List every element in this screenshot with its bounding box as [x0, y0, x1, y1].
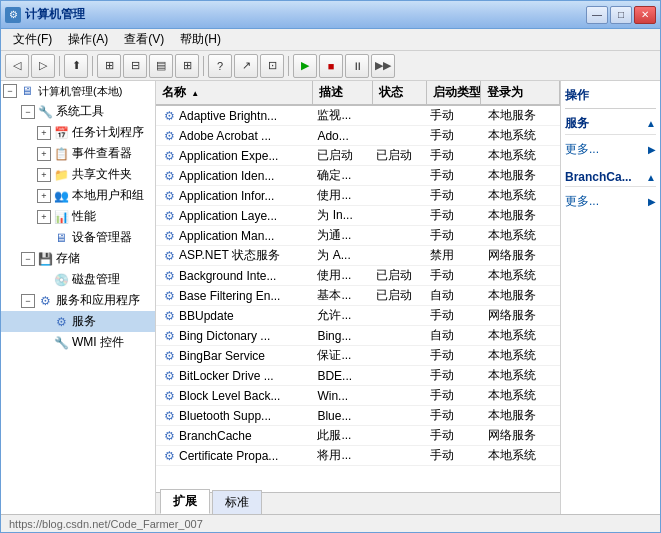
- action-more-1[interactable]: 更多... ▶: [565, 139, 656, 160]
- col-header-login[interactable]: 登录为: [481, 81, 560, 104]
- service-row[interactable]: ⚙BitLocker Drive ...BDE...手动本地系统: [156, 366, 560, 386]
- root-expander[interactable]: −: [3, 84, 17, 98]
- service-name: BingBar Service: [179, 349, 265, 363]
- maximize-button[interactable]: □: [610, 6, 632, 24]
- service-row[interactable]: ⚙Application Man...为通...手动本地系统: [156, 226, 560, 246]
- tab-standard[interactable]: 标准: [212, 490, 262, 514]
- forward-button[interactable]: ▷: [31, 54, 55, 78]
- service-startup: 禁用: [424, 246, 483, 265]
- service-status: [370, 335, 424, 337]
- disk-label: 磁盘管理: [72, 271, 120, 288]
- users-icon: 👥: [53, 188, 69, 204]
- menu-action[interactable]: 操作(A): [60, 29, 116, 50]
- view-btn-3[interactable]: ⊞: [175, 54, 199, 78]
- sysutil-expander[interactable]: −: [21, 105, 35, 119]
- service-desc: 确定...: [311, 166, 370, 185]
- service-row[interactable]: ⚙Application Infor...使用...手动本地系统: [156, 186, 560, 206]
- tree-root[interactable]: − 🖥 计算机管理(本地): [1, 81, 155, 101]
- title-bar-left: ⚙ 计算机管理: [5, 6, 85, 23]
- tree-item-shared[interactable]: + 📁 共享文件夹: [1, 164, 155, 185]
- service-startup: 手动: [424, 346, 483, 365]
- service-row[interactable]: ⚙Bluetooth Supp...Blue...手动本地服务: [156, 406, 560, 426]
- service-row[interactable]: ⚙Application Laye...为 In...手动本地服务: [156, 206, 560, 226]
- service-gear-icon: ⚙: [162, 229, 176, 243]
- help-button[interactable]: ?: [208, 54, 232, 78]
- events-expander[interactable]: +: [37, 147, 51, 161]
- tree-item-tasks[interactable]: + 📅 任务计划程序: [1, 122, 155, 143]
- perf-expander[interactable]: +: [37, 210, 51, 224]
- action-more-2[interactable]: 更多... ▶: [565, 191, 656, 212]
- menu-help[interactable]: 帮助(H): [172, 29, 229, 50]
- svcapps-expander[interactable]: −: [21, 294, 35, 308]
- service-row[interactable]: ⚙Base Filtering En...基本...已启动自动本地服务: [156, 286, 560, 306]
- service-row[interactable]: ⚙Adaptive Brightn...监视...手动本地服务: [156, 106, 560, 126]
- service-name: Application Expe...: [179, 149, 278, 163]
- service-desc: 已启动: [311, 146, 370, 165]
- tab-extended[interactable]: 扩展: [160, 489, 210, 514]
- col-header-name[interactable]: 名称 ▲: [156, 81, 313, 104]
- service-desc: Bing...: [311, 328, 370, 344]
- service-row[interactable]: ⚙Application Iden...确定...手动本地服务: [156, 166, 560, 186]
- up-button[interactable]: ⬆: [64, 54, 88, 78]
- service-startup: 手动: [424, 226, 483, 245]
- svcapps-label: 服务和应用程序: [56, 292, 140, 309]
- tree-item-perf[interactable]: + 📊 性能: [1, 206, 155, 227]
- svcapps-icon: ⚙: [37, 293, 53, 309]
- play-button[interactable]: ▶: [293, 54, 317, 78]
- minimize-button[interactable]: —: [586, 6, 608, 24]
- service-status: 已启动: [370, 286, 424, 305]
- tree-item-users[interactable]: + 👥 本地用户和组: [1, 185, 155, 206]
- pause-button[interactable]: ⏸: [345, 54, 369, 78]
- tree-item-devices[interactable]: 🖥 设备管理器: [1, 227, 155, 248]
- service-row[interactable]: ⚙ASP.NET 状态服务为 A...禁用网络服务: [156, 246, 560, 266]
- service-list-container[interactable]: 名称 ▲ 描述 状态 启动类型 登录为: [156, 81, 560, 492]
- restart-button[interactable]: ▶▶: [371, 54, 395, 78]
- tree-item-disk[interactable]: 💿 磁盘管理: [1, 269, 155, 290]
- view-btn-2[interactable]: ▤: [149, 54, 173, 78]
- tree-item-wmi[interactable]: 🔧 WMI 控件: [1, 332, 155, 353]
- service-row[interactable]: ⚙Application Expe...已启动已启动手动本地系统: [156, 146, 560, 166]
- service-row[interactable]: ⚙Bing Dictonary ...Bing...自动本地系统: [156, 326, 560, 346]
- menu-file[interactable]: 文件(F): [5, 29, 60, 50]
- shared-expander[interactable]: +: [37, 168, 51, 182]
- service-row[interactable]: ⚙Adobe Acrobat ...Ado...手动本地系统: [156, 126, 560, 146]
- service-row[interactable]: ⚙BranchCache此服...手动网络服务: [156, 426, 560, 446]
- service-desc: 保证...: [311, 346, 370, 365]
- devices-icon: 🖥: [53, 230, 69, 246]
- service-desc: 为 In...: [311, 206, 370, 225]
- service-desc: Win...: [311, 388, 370, 404]
- col-header-desc[interactable]: 描述: [313, 81, 372, 104]
- tree-item-services[interactable]: ⚙ 服务: [1, 311, 155, 332]
- tree-item-events[interactable]: + 📋 事件查看器: [1, 143, 155, 164]
- service-gear-icon: ⚙: [162, 409, 176, 423]
- tasks-icon: 📅: [53, 125, 69, 141]
- service-name: Application Laye...: [179, 209, 277, 223]
- service-login: 网络服务: [482, 306, 560, 325]
- col-header-startup[interactable]: 启动类型: [427, 81, 481, 104]
- service-row[interactable]: ⚙Background Inte...使用...已启动手动本地系统: [156, 266, 560, 286]
- tree-item-storage[interactable]: − 💾 存储: [1, 248, 155, 269]
- service-row[interactable]: ⚙Block Level Back...Win...手动本地系统: [156, 386, 560, 406]
- service-row[interactable]: ⚙BingBar Service保证...手动本地系统: [156, 346, 560, 366]
- back-button[interactable]: ◁: [5, 54, 29, 78]
- storage-label: 存储: [56, 250, 80, 267]
- service-gear-icon: ⚙: [162, 189, 176, 203]
- col-header-status[interactable]: 状态: [373, 81, 427, 104]
- actions-panel: 操作 服务 ▲ 更多... ▶ BranchCa... ▲ 更多...: [560, 81, 660, 514]
- tree-item-sysutil[interactable]: − 🔧 系统工具: [1, 101, 155, 122]
- close-button[interactable]: ✕: [634, 6, 656, 24]
- left-tree-panel: − 🖥 计算机管理(本地) − 🔧 系统工具 + 📅 任务计划程序: [1, 81, 156, 514]
- service-row[interactable]: ⚙BBUpdate允许...手动网络服务: [156, 306, 560, 326]
- view-btn-1[interactable]: ⊟: [123, 54, 147, 78]
- export-btn[interactable]: ↗: [234, 54, 258, 78]
- tree-item-services-apps[interactable]: − ⚙ 服务和应用程序: [1, 290, 155, 311]
- show-hide-tree[interactable]: ⊞: [97, 54, 121, 78]
- tasks-expander[interactable]: +: [37, 126, 51, 140]
- storage-expander[interactable]: −: [21, 252, 35, 266]
- stop-button[interactable]: ■: [319, 54, 343, 78]
- menu-view[interactable]: 查看(V): [116, 29, 172, 50]
- toolbar-btn-a[interactable]: ⊡: [260, 54, 284, 78]
- users-expander[interactable]: +: [37, 189, 51, 203]
- service-row[interactable]: ⚙Certificate Propa...将用...手动本地系统: [156, 446, 560, 466]
- service-status: [370, 115, 424, 117]
